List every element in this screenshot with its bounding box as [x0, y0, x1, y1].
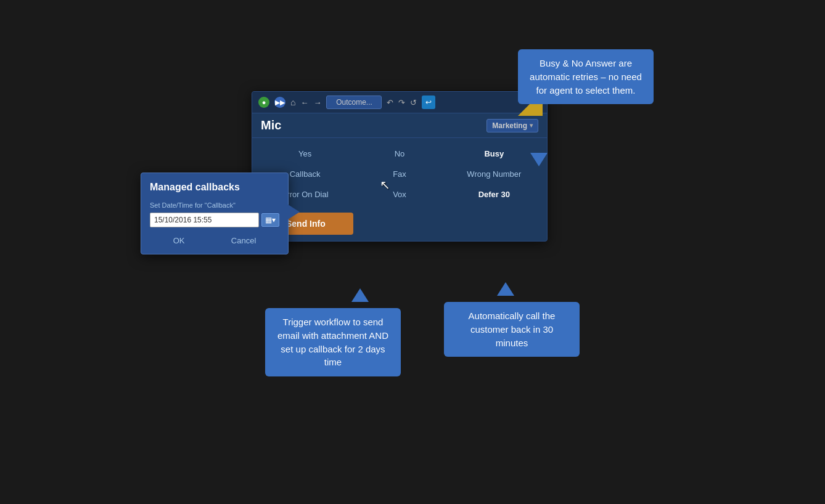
tooltip-send-info: Trigger workflow to send email with atta…	[265, 308, 401, 376]
outcome-wrong-number[interactable]: Wrong Number	[448, 165, 541, 184]
status-icon-blue: ▶▶	[274, 97, 285, 108]
refresh-icon-1[interactable]: ↶	[387, 98, 393, 107]
cancel-button[interactable]: Cancel	[231, 236, 256, 245]
calendar-button[interactable]: ▦▾	[261, 213, 279, 227]
phone-icon[interactable]: ↩	[422, 96, 435, 109]
tooltip-busy-no-answer: Busy & No Answer are automatic retries –…	[518, 49, 654, 104]
refresh-icon-2[interactable]: ↷	[398, 98, 405, 107]
outcome-no[interactable]: No	[353, 144, 446, 163]
marketing-badge[interactable]: Marketing ▾	[486, 119, 538, 132]
callbacks-title: Managed callbacks	[150, 182, 279, 193]
chevron-down-icon: ▾	[530, 122, 533, 129]
callbacks-date-label: Set Date/Time for "Callback"	[150, 201, 279, 209]
panel-title: Mic	[261, 118, 281, 132]
outcome-dropdown[interactable]: Outcome...	[326, 96, 382, 109]
arrow-defer-30	[497, 282, 514, 296]
panel-header: Mic Marketing ▾	[252, 113, 547, 138]
outcomes-grid: Yes No Busy Callback Fax Wrong Number Er…	[252, 138, 547, 210]
forward-icon[interactable]: →	[313, 98, 321, 107]
arrow-send-info	[351, 288, 369, 302]
callbacks-dialog: Managed callbacks Set Date/Time for "Cal…	[141, 173, 289, 254]
datetime-input[interactable]	[150, 213, 259, 227]
marketing-label: Marketing	[492, 121, 527, 130]
datetime-input-row: ▦▾	[150, 213, 279, 227]
toolbar-row: ● ▶▶ ⌂ ← → Outcome... ↶ ↷ ↺ ↩	[252, 92, 547, 113]
ok-button[interactable]: OK	[173, 236, 185, 245]
callbacks-buttons: OK Cancel	[150, 236, 279, 245]
outcome-busy[interactable]: Busy	[448, 144, 541, 163]
outcome-fax[interactable]: Fax	[353, 165, 446, 184]
status-icon-green: ●	[258, 97, 269, 108]
back-icon[interactable]: ←	[300, 98, 308, 107]
outcome-defer-30[interactable]: Defer 30	[448, 185, 541, 204]
outcome-yes[interactable]: Yes	[258, 144, 351, 163]
home-icon[interactable]: ⌂	[290, 97, 295, 107]
tooltip-defer-30: Automatically call the customer back in …	[444, 302, 580, 357]
arrow-busy-no-answer	[530, 153, 548, 166]
callbacks-arrow	[286, 203, 300, 221]
refresh-icon-3[interactable]: ↺	[410, 98, 417, 107]
outcome-vox[interactable]: Vox	[353, 185, 446, 204]
